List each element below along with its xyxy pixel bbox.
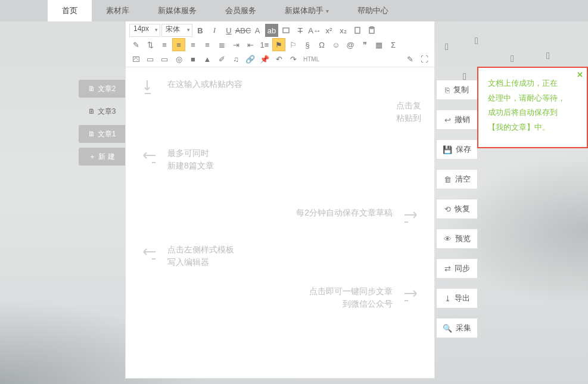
special-char-button[interactable]: § (301, 38, 314, 51)
toast-message: 文档上传成功，正在 处理中，请耐心等待， 成功后将自动保存到 【我的文章】中。 (488, 76, 581, 135)
plus-icon: ＋ (89, 152, 96, 162)
link-button[interactable]: 🔗 (244, 52, 257, 65)
close-icon[interactable]: ✕ (577, 70, 583, 79)
undo-icon: ↩ (444, 115, 451, 124)
font-color-button[interactable]: A (251, 24, 264, 37)
letter-spacing-button[interactable]: A↔ (308, 24, 321, 37)
collect-button[interactable]: 🔍采集 (436, 318, 478, 338)
tab-article-3[interactable]: 🗎文章3 (79, 102, 125, 120)
highlight-button[interactable] (279, 24, 293, 37)
hint-sync: 点击即可一键同步文章到微信公众号 (309, 285, 393, 310)
doc-icon: 🗎 (88, 130, 95, 138)
hint-template: 点击左侧样式模板写入编辑器 (167, 243, 234, 269)
image-button[interactable]: ⮹ (129, 52, 142, 65)
tab-article-1[interactable]: 🗎文章1 (79, 125, 125, 143)
nav-newmedia-assistant[interactable]: 新媒体助手▾ (270, 0, 343, 21)
svg-rect-0 (283, 28, 289, 33)
line-height-button[interactable]: ≡ (158, 38, 171, 51)
bold-button[interactable]: B (194, 24, 207, 37)
sync-icon: ⇄ (444, 264, 451, 273)
editor-canvas[interactable]: 在这输入或粘贴内容 点击复粘贴到 最多可同时新建8篇文章 每2分钟自动保存文章草… (126, 67, 434, 338)
chevron-down-icon: ▾ (187, 27, 190, 33)
strike-button[interactable]: ABC (237, 24, 250, 37)
align-right-button[interactable]: ≡ (201, 38, 214, 51)
top-nav: 首页 素材库 新媒体服务 会员服务 新媒体助手▾ 帮助中心 (0, 0, 588, 21)
video-button[interactable]: ■ (186, 52, 200, 65)
hint-max-articles: 最多可同时新建8篇文章 (167, 147, 214, 172)
underline-button[interactable]: U (222, 24, 235, 37)
nav-materials[interactable]: 素材库 (92, 0, 144, 21)
redo-button[interactable]: ↷ (287, 52, 300, 65)
save-button[interactable]: 💾保存 (436, 139, 478, 160)
subscript-button[interactable]: x₂ (337, 24, 350, 37)
export-icon: ⤓ (444, 294, 451, 303)
gallery-button[interactable]: ▭ (144, 52, 157, 65)
nav-newmedia-service[interactable]: 新媒体服务 (144, 0, 211, 21)
undo-button[interactable]: ↶ (272, 52, 285, 65)
align-justify-button[interactable]: ≣ (215, 38, 228, 51)
doc-icon: 🗎 (88, 85, 95, 93)
sigma-button[interactable]: Σ (387, 38, 400, 51)
quote-button[interactable]: ❞ (358, 38, 371, 51)
at-button[interactable]: @ (344, 38, 357, 51)
ordered-list-button[interactable]: 1≡ (258, 38, 271, 51)
brush-button[interactable]: ✐ (215, 52, 228, 65)
format-brush-button[interactable]: ✎ (129, 38, 142, 51)
editor-toolbar: 14px▾ 宋体▾ B I U ABC A ab T̶ A↔ x² x₂ ✎ ⇅… (126, 21, 434, 67)
italic-button[interactable]: I (208, 24, 221, 37)
save-icon: 💾 (443, 145, 452, 154)
restore-button[interactable]: ⟲恢复 (436, 199, 478, 219)
emoji-button[interactable]: ☺ (329, 38, 343, 51)
omega-button[interactable]: Ω (315, 38, 328, 51)
table-button[interactable]: ▦ (372, 38, 385, 51)
outdent-button[interactable]: ⇤ (244, 38, 257, 51)
sync-button[interactable]: ⇄同步 (436, 258, 478, 279)
copy-icon: ⎘ (445, 86, 450, 95)
capture-button[interactable]: ◎ (172, 52, 185, 65)
pin-button[interactable]: 📌 (258, 52, 271, 65)
indent-button[interactable]: ⇥ (229, 38, 242, 51)
nav-help[interactable]: 帮助中心 (343, 0, 403, 21)
multi-image-button[interactable]: ▭ (158, 52, 171, 65)
nav-member-service[interactable]: 会员服务 (211, 0, 270, 21)
tab-article-2[interactable]: 🗎文章2 (79, 80, 125, 98)
bookmark-button[interactable]: ⚑ (272, 38, 285, 51)
export-button[interactable]: ⤓导出 (436, 288, 478, 308)
nav-home[interactable]: 首页 (48, 0, 92, 21)
paint-button[interactable]: ▲ (201, 52, 214, 65)
superscript-button[interactable]: x² (322, 24, 335, 37)
flag-button[interactable]: ⚐ (287, 38, 300, 51)
hint-input: 在这输入或粘贴内容 (167, 78, 242, 90)
editor-panel: 14px▾ 宋体▾ B I U ABC A ab T̶ A↔ x² x₂ ✎ ⇅… (125, 21, 435, 379)
music-button[interactable]: ♫ (229, 52, 242, 65)
tab-new-article[interactable]: ＋新 建 (79, 148, 125, 166)
hint-copy-paste: 点击复粘贴到 (396, 99, 421, 124)
align-center-button[interactable]: ≡ (186, 38, 200, 51)
pointer-left-icon (139, 147, 159, 167)
html-source-button[interactable]: HTML (301, 52, 322, 65)
collect-icon: 🔍 (443, 324, 452, 333)
trash-icon: 🗑 (444, 175, 452, 184)
pointer-right-icon (401, 207, 421, 227)
chevron-down-icon: ▾ (155, 27, 158, 33)
align-left-button[interactable]: ≡ (172, 38, 185, 51)
upload-success-toast: ✕ 文档上传成功，正在 处理中，请耐心等待， 成功后将自动保存到 【我的文章】中… (477, 67, 588, 148)
edit-mode-button[interactable]: ✎ (403, 52, 416, 65)
new-doc-button[interactable] (351, 24, 364, 37)
clear-button[interactable]: 🗑清空 (436, 169, 478, 189)
bg-color-button[interactable]: ab (265, 24, 278, 37)
preview-button[interactable]: 👁预览 (436, 229, 478, 249)
chevron-down-icon: ▾ (326, 8, 329, 14)
pointer-right-icon (401, 285, 421, 305)
clear-format-button[interactable]: T̶ (294, 24, 307, 37)
undo-action-button[interactable]: ↩撤销 (436, 110, 478, 130)
doc-icon: 🗎 (88, 107, 95, 115)
font-family-select[interactable]: 宋体▾ (161, 24, 192, 37)
fullscreen-button[interactable]: ⛶ (418, 52, 431, 65)
paragraph-spacing-button[interactable]: ⇅ (144, 38, 157, 51)
copy-button[interactable]: ⎘复制 (436, 80, 478, 100)
article-tabs: 🗎文章2 🗎文章3 🗎文章1 ＋新 建 (79, 80, 125, 166)
eye-icon: 👁 (444, 235, 452, 243)
paste-button[interactable] (365, 24, 378, 37)
font-size-select[interactable]: 14px▾ (129, 24, 160, 37)
